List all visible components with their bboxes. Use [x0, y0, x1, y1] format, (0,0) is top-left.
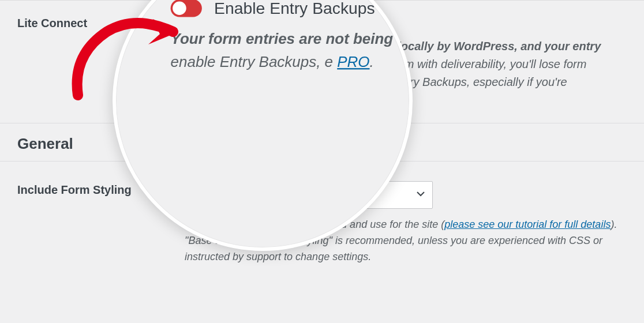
- entry-backups-toggle-zoom: [171, 0, 202, 17]
- tutorial-link[interactable]: please see our tutorial for full details: [444, 219, 611, 230]
